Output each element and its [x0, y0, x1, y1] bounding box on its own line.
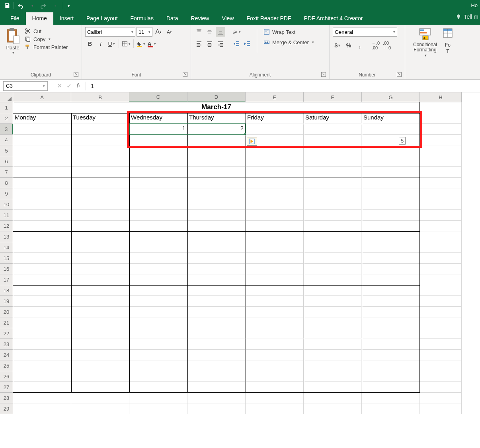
cell-H8[interactable]: [420, 178, 462, 188]
cell-F4[interactable]: [304, 135, 362, 145]
paste-dropdown[interactable]: ▾: [12, 51, 14, 55]
cell-D17[interactable]: [187, 274, 246, 285]
cell-D4[interactable]: [187, 135, 246, 145]
cell-A25[interactable]: [13, 360, 71, 371]
cell-G25[interactable]: [362, 360, 420, 371]
row-header-27[interactable]: 27: [0, 382, 13, 393]
redo-icon[interactable]: [38, 1, 49, 10]
cell-D5[interactable]: [187, 145, 246, 156]
cell-A19[interactable]: [13, 296, 71, 307]
cell-F28[interactable]: [304, 393, 362, 403]
cell-B19[interactable]: [71, 296, 129, 307]
cell-G17[interactable]: [362, 274, 420, 285]
cell-C21[interactable]: [129, 317, 187, 328]
borders-button[interactable]: ▾: [121, 39, 131, 49]
cell-G20[interactable]: [362, 307, 420, 317]
grow-font-button[interactable]: A▴: [154, 27, 163, 37]
row-header-18[interactable]: 18: [0, 285, 13, 296]
undo-icon[interactable]: [15, 1, 26, 10]
column-header-A[interactable]: A: [13, 92, 71, 102]
row-header-11[interactable]: 11: [0, 210, 13, 221]
cell-E25[interactable]: [246, 360, 304, 371]
save-icon[interactable]: [2, 1, 13, 10]
cell-A29[interactable]: [13, 403, 71, 414]
cell-F17[interactable]: [304, 274, 362, 285]
cell-E8[interactable]: [246, 178, 304, 188]
cell-H16[interactable]: [420, 264, 462, 274]
cell-H25[interactable]: [420, 360, 462, 371]
cell-H11[interactable]: [420, 210, 462, 221]
cell-H22[interactable]: [420, 328, 462, 339]
cell-A2[interactable]: Monday: [13, 113, 71, 124]
row-header-2[interactable]: 2: [0, 113, 13, 124]
cell-B14[interactable]: [71, 242, 129, 253]
cell-C8[interactable]: [129, 178, 187, 188]
tab-home[interactable]: Home: [26, 12, 53, 25]
cell-B3[interactable]: [71, 124, 129, 135]
cell-A21[interactable]: [13, 317, 71, 328]
cell-B16[interactable]: [71, 264, 129, 274]
cell-H7[interactable]: [420, 167, 462, 178]
number-launcher[interactable]: [397, 72, 402, 77]
tab-insert[interactable]: Insert: [53, 12, 80, 25]
cell-A26[interactable]: [13, 371, 71, 382]
cell-D2[interactable]: Thursday: [187, 113, 246, 124]
decrease-indent-button[interactable]: [232, 39, 241, 49]
cell-E26[interactable]: [246, 371, 304, 382]
enter-formula-icon[interactable]: ✓: [64, 81, 74, 91]
cell-B2[interactable]: Tuesday: [71, 113, 129, 124]
row-header-14[interactable]: 14: [0, 242, 13, 253]
row-header-16[interactable]: 16: [0, 264, 13, 274]
cell-C2[interactable]: Wednesday: [129, 113, 187, 124]
row-header-5[interactable]: 5: [0, 145, 13, 156]
row-header-13[interactable]: 13: [0, 231, 13, 242]
row-header-25[interactable]: 25: [0, 360, 13, 371]
tab-view[interactable]: View: [215, 12, 240, 25]
cell-C7[interactable]: [129, 167, 187, 178]
column-header-C[interactable]: C: [129, 92, 187, 102]
cell-H2[interactable]: [420, 113, 462, 124]
cell-A15[interactable]: [13, 253, 71, 264]
cell-F15[interactable]: [304, 253, 362, 264]
cell-B29[interactable]: [71, 403, 129, 414]
tab-pdf-architect[interactable]: PDF Architect 4 Creator: [298, 12, 369, 25]
cell-F19[interactable]: [304, 296, 362, 307]
cell-E2[interactable]: Friday: [246, 113, 304, 124]
column-header-H[interactable]: H: [420, 92, 462, 102]
row-header-15[interactable]: 15: [0, 253, 13, 264]
cell-H19[interactable]: [420, 296, 462, 307]
cell-D12[interactable]: [187, 221, 246, 231]
cell-C29[interactable]: [129, 403, 187, 414]
cell-E10[interactable]: [246, 199, 304, 210]
copy-button[interactable]: Copy▾: [25, 36, 68, 42]
cell-C20[interactable]: [129, 307, 187, 317]
row-header-4[interactable]: 4: [0, 135, 13, 145]
font-launcher[interactable]: [183, 72, 187, 77]
cell-F26[interactable]: [304, 371, 362, 382]
clipboard-launcher[interactable]: [74, 72, 78, 77]
row-header-3[interactable]: 3: [0, 124, 13, 135]
cell-C27[interactable]: [129, 382, 187, 393]
cell-H5[interactable]: [420, 145, 462, 156]
cell-F16[interactable]: [304, 264, 362, 274]
row-header-6[interactable]: 6: [0, 156, 13, 167]
cell-G27[interactable]: [362, 382, 420, 393]
cell-E9[interactable]: [246, 188, 304, 199]
cell-D16[interactable]: [187, 264, 246, 274]
align-top-button[interactable]: [194, 27, 204, 37]
cell-H21[interactable]: [420, 317, 462, 328]
cell-A14[interactable]: [13, 242, 71, 253]
cell-F8[interactable]: [304, 178, 362, 188]
cell-E19[interactable]: [246, 296, 304, 307]
cell-F6[interactable]: [304, 156, 362, 167]
cell-B7[interactable]: [71, 167, 129, 178]
cell-B8[interactable]: [71, 178, 129, 188]
cell-G7[interactable]: [362, 167, 420, 178]
conditional-formatting-button[interactable]: ≠ Conditional Formatting▾: [408, 27, 442, 57]
cell-E16[interactable]: [246, 264, 304, 274]
cell-F13[interactable]: [304, 231, 362, 242]
tab-data[interactable]: Data: [160, 12, 185, 25]
cell-D15[interactable]: [187, 253, 246, 264]
cell-B20[interactable]: [71, 307, 129, 317]
cell-F9[interactable]: [304, 188, 362, 199]
